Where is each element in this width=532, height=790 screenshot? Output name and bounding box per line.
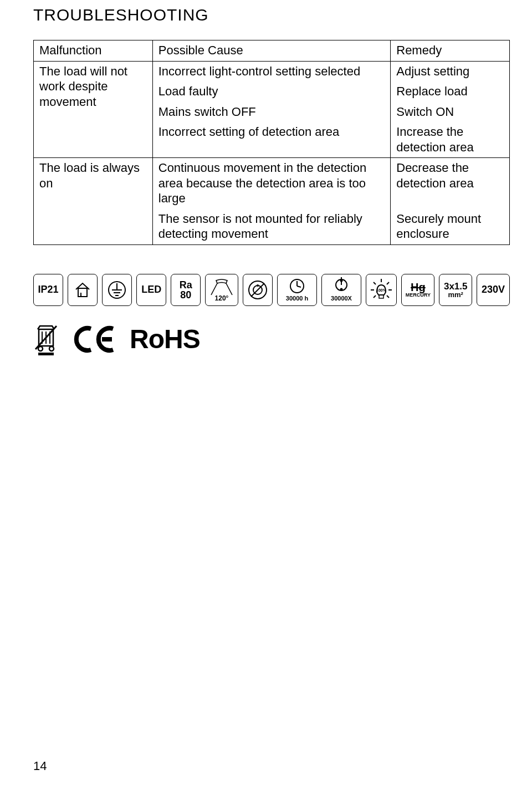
ce-mark-icon bbox=[72, 324, 116, 354]
svg-line-21 bbox=[374, 282, 376, 284]
switching-cycles-icon: 30000X bbox=[321, 274, 361, 306]
cell-remedy: Switch ON bbox=[391, 102, 510, 123]
rohs-mark: RoHS bbox=[130, 324, 200, 354]
header-malfunction: Malfunction bbox=[34, 40, 153, 62]
svg-point-18 bbox=[340, 279, 343, 282]
svg-line-22 bbox=[387, 282, 389, 284]
section-title: TROUBLESHOOTING bbox=[33, 6, 510, 24]
ra-label: Ra bbox=[180, 280, 192, 290]
cell-remedy: Securely mount enclosure bbox=[391, 209, 510, 245]
lifetime-hours-icon: 30000 h bbox=[277, 274, 317, 306]
svg-line-7 bbox=[211, 283, 217, 295]
svg-line-26 bbox=[387, 295, 389, 298]
cell-remedy: Increase the detection area bbox=[391, 122, 510, 158]
header-remedy: Remedy bbox=[391, 40, 510, 62]
cell-cause: Load faulty bbox=[152, 81, 391, 102]
cell-cause: The sensor is not mounted for reliably d… bbox=[152, 209, 391, 245]
wire-unit: mm² bbox=[448, 291, 463, 298]
cri-stamp: Ra 80 bbox=[171, 274, 201, 306]
instant-on-icon: 100% bbox=[366, 274, 397, 306]
troubleshooting-table: Malfunction Possible Cause Remedy The lo… bbox=[33, 40, 510, 245]
indoor-use-icon bbox=[68, 274, 98, 306]
certification-row: RoHS bbox=[33, 323, 510, 356]
voltage-stamp: 230V bbox=[477, 274, 510, 306]
beam-angle-icon: 120° bbox=[205, 274, 238, 306]
cell-malfunction: The load is always on bbox=[34, 158, 153, 245]
cell-remedy: Adjust setting bbox=[391, 61, 510, 81]
not-dimmable-icon bbox=[243, 274, 273, 306]
lifetime-hours-value: 30000 h bbox=[286, 295, 309, 302]
svg-point-19 bbox=[340, 288, 343, 290]
svg-line-8 bbox=[226, 283, 232, 295]
weee-icon bbox=[33, 323, 59, 356]
spec-icon-row: IP21 LED Ra 80 bbox=[33, 274, 510, 306]
svg-point-32 bbox=[38, 346, 43, 351]
no-mercury-icon: Hg MERCURY bbox=[401, 274, 434, 306]
svg-rect-0 bbox=[78, 288, 87, 297]
wire-count: 3x1.5 bbox=[444, 282, 468, 291]
hg-symbol: Hg bbox=[411, 282, 426, 293]
svg-line-15 bbox=[297, 286, 301, 287]
cell-remedy: Decrease the detection area bbox=[391, 158, 510, 209]
table-header-row: Malfunction Possible Cause Remedy bbox=[34, 40, 510, 62]
led-stamp: LED bbox=[136, 274, 166, 306]
ip-rating-stamp: IP21 bbox=[33, 274, 63, 306]
ra-value: 80 bbox=[180, 290, 191, 300]
cell-cause: Incorrect light-control setting selected bbox=[152, 61, 391, 81]
cell-cause: Mains switch OFF bbox=[152, 102, 391, 123]
header-cause: Possible Cause bbox=[152, 40, 391, 62]
svg-rect-35 bbox=[38, 353, 54, 355]
instant-on-value: 100% bbox=[377, 288, 387, 292]
cell-cause: Incorrect setting of detection area bbox=[152, 122, 391, 158]
cell-malfunction: The load will not work despite movement bbox=[34, 61, 153, 158]
table-row: The load is always on Continuous movemen… bbox=[34, 158, 510, 209]
wire-gauge-stamp: 3x1.5 mm² bbox=[439, 274, 472, 306]
beam-angle-value: 120° bbox=[215, 294, 229, 302]
cell-remedy: Replace load bbox=[391, 81, 510, 102]
protective-earth-icon bbox=[102, 274, 132, 306]
switching-cycles-value: 30000X bbox=[331, 295, 353, 302]
mercury-label: MERCURY bbox=[406, 293, 431, 298]
cell-cause: Continuous movement in the detection are… bbox=[152, 158, 391, 209]
page-number: 14 bbox=[33, 759, 47, 773]
svg-point-33 bbox=[49, 346, 54, 351]
table-row: The load will not work despite movement … bbox=[34, 61, 510, 81]
svg-point-11 bbox=[257, 284, 259, 287]
svg-line-25 bbox=[374, 295, 376, 298]
